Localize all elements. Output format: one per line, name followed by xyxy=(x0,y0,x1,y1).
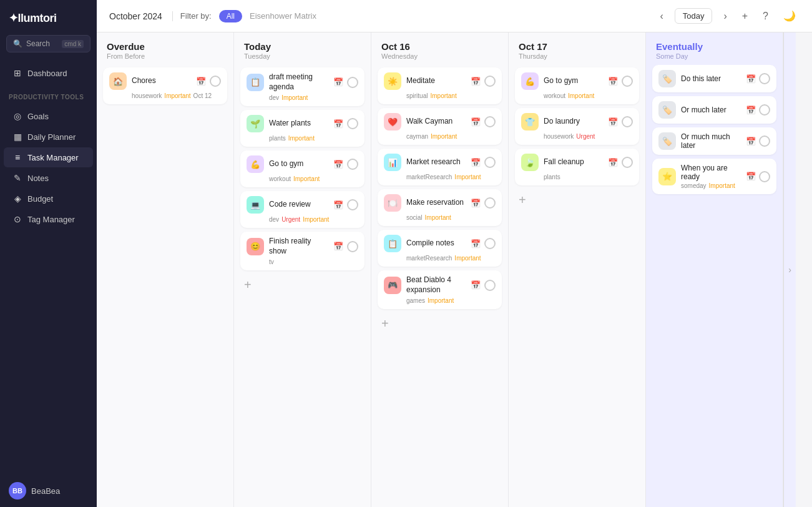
calendar-icon-btn[interactable]: 📅 xyxy=(332,199,345,211)
filter-all-button[interactable]: All xyxy=(219,10,242,22)
task-card[interactable]: 📋 draft meeting agenda 📅 dev Important xyxy=(240,67,364,106)
ev-title: Or much later xyxy=(681,106,740,114)
task-complete-circle[interactable] xyxy=(347,77,358,88)
task-complete-circle[interactable] xyxy=(484,197,496,209)
calendar-icon-btn[interactable]: 📅 xyxy=(745,170,757,182)
task-card[interactable]: 🌱 Water plants 📅 plants Important xyxy=(240,110,364,147)
sidebar-item-notes[interactable]: ✎ Notes xyxy=(4,168,93,188)
add-button[interactable]: + xyxy=(738,8,751,24)
column-header-overdue: Overdue From Before xyxy=(97,32,233,65)
task-card[interactable]: 📊 Market research 📅 marketResearch Impor… xyxy=(378,149,502,185)
task-card[interactable]: 👕 Do laundry 📅 housework Urgent xyxy=(515,108,639,145)
column-header-oct16: Oct 16 Wednesday xyxy=(371,32,508,65)
calendar-icon-btn[interactable]: 📅 xyxy=(607,157,619,169)
sidebar-item-task-manager[interactable]: ≡ Task Manager xyxy=(4,147,93,167)
task-card[interactable]: 😊 Finish reality show 📅 tv xyxy=(240,232,364,270)
calendar-icon-btn[interactable]: 📅 xyxy=(332,76,345,88)
task-complete-circle[interactable] xyxy=(622,76,633,87)
task-avatar: ☀️ xyxy=(384,72,401,90)
eventually-card[interactable]: 🏷️ Or much later 📅 xyxy=(652,96,776,124)
task-card[interactable]: 📋 Compile notes 📅 marketResearch Importa… xyxy=(378,230,502,267)
task-card[interactable]: ❤️ Walk Cayman 📅 cayman Important xyxy=(378,108,502,145)
calendar-icon-btn[interactable]: 📅 xyxy=(607,116,619,128)
task-complete-circle[interactable] xyxy=(484,76,496,87)
sidebar-item-daily-planner[interactable]: ▦ Daily Planner xyxy=(4,127,93,147)
sidebar: ✦llumtori 🔍 Search cmd k ⊞ Dashboard Pro… xyxy=(0,0,97,507)
sidebar-nav: ⊞ Dashboard xyxy=(0,60,97,86)
task-card[interactable]: ☀️ Meditate 📅 spiritual Important xyxy=(378,67,502,104)
dashboard-icon: ⊞ xyxy=(12,68,22,78)
add-task-oct17[interactable]: + xyxy=(509,190,645,210)
eventually-card[interactable]: 🏷️ Or much much later 📅 xyxy=(652,127,776,155)
app-logo: ✦llumtori xyxy=(0,0,97,35)
task-tags: cayman Important xyxy=(406,133,496,140)
task-complete-circle[interactable] xyxy=(759,104,770,116)
today-button[interactable]: Today xyxy=(675,8,713,24)
task-complete-circle[interactable] xyxy=(759,171,770,182)
user-profile[interactable]: BB BeaBea xyxy=(0,475,97,507)
column-eventually: Eventually Some Day 🏷️ Do this later 📅 🏷… xyxy=(646,32,783,507)
calendar-icon-btn[interactable]: 📅 xyxy=(332,240,345,252)
search-shortcut: cmd k xyxy=(62,40,84,48)
calendar-icon-btn[interactable]: 📅 xyxy=(469,238,482,250)
calendar-icon-btn[interactable]: 📅 xyxy=(469,279,482,291)
task-card[interactable]: 💪 Go to gym 📅 workout Important xyxy=(515,67,639,104)
calendar-icon-btn[interactable]: 📅 xyxy=(469,157,482,169)
task-complete-circle[interactable] xyxy=(484,238,496,249)
calendar-icon-btn[interactable]: 📅 xyxy=(332,159,345,170)
ev-title: When you are ready xyxy=(681,164,740,181)
task-card[interactable]: 🍽️ Make reservation 📅 social Important xyxy=(378,189,502,226)
calendar-icon-btn[interactable]: 📅 xyxy=(607,76,619,87)
task-card[interactable]: 🍃 Fall cleanup 📅 plants xyxy=(515,149,639,185)
task-complete-circle[interactable] xyxy=(484,157,496,168)
sidebar-item-dashboard[interactable]: ⊞ Dashboard xyxy=(4,63,93,83)
task-complete-circle[interactable] xyxy=(210,76,221,87)
add-task-oct16[interactable]: + xyxy=(371,314,508,333)
task-complete-circle[interactable] xyxy=(347,199,358,210)
calendar-icon-btn[interactable]: 📅 xyxy=(745,135,757,147)
add-task-today[interactable]: + xyxy=(234,275,371,295)
task-avatar: 📊 xyxy=(384,154,401,171)
task-complete-circle[interactable] xyxy=(347,118,358,129)
task-title: Market research xyxy=(406,157,464,167)
prev-button[interactable]: ‹ xyxy=(656,8,667,24)
budget-icon: ◈ xyxy=(12,194,22,204)
task-complete-circle[interactable] xyxy=(347,241,358,252)
calendar-icon-btn[interactable]: 📅 xyxy=(745,104,757,116)
task-complete-circle[interactable] xyxy=(759,73,770,84)
task-card[interactable]: 🏠 Chores 📅 housework Important Oct 12 xyxy=(103,67,227,104)
eventually-card[interactable]: ⭐ When you are ready someday Important 📅 xyxy=(652,159,776,194)
task-icon: ≡ xyxy=(12,152,22,162)
task-title: Make reservation xyxy=(406,198,464,208)
calendar-icon-btn[interactable]: 📅 xyxy=(195,76,207,87)
task-complete-circle[interactable] xyxy=(484,280,496,291)
today-items: 📋 draft meeting agenda 📅 dev Important xyxy=(234,65,371,273)
collapse-panel-button[interactable]: › xyxy=(783,32,796,507)
sidebar-productivity-nav: ◎ Goals ▦ Daily Planner ≡ Task Manager ✎… xyxy=(0,103,97,232)
calendar-icon-btn[interactable]: 📅 xyxy=(469,197,482,209)
task-complete-circle[interactable] xyxy=(622,157,633,168)
next-button[interactable]: › xyxy=(720,8,730,24)
sidebar-item-budget[interactable]: ◈ Budget xyxy=(4,189,93,209)
column-subtitle: From Before xyxy=(107,52,223,60)
task-complete-circle[interactable] xyxy=(484,116,496,127)
sidebar-item-goals[interactable]: ◎ Goals xyxy=(4,106,93,126)
task-complete-circle[interactable] xyxy=(622,116,633,127)
sidebar-item-tag-manager[interactable]: ⊙ Tag Manager xyxy=(4,209,93,229)
task-card[interactable]: 🎮 Beat Diablo 4 expansion 📅 games Import… xyxy=(378,270,502,309)
calendar-icon-btn[interactable]: 📅 xyxy=(745,73,757,85)
task-card[interactable]: 💻 Code review 📅 dev Urgent Important xyxy=(240,191,364,228)
calendar-icon-btn[interactable]: 📅 xyxy=(469,116,482,128)
task-complete-circle[interactable] xyxy=(759,135,770,147)
help-button[interactable]: ? xyxy=(759,8,772,24)
task-complete-circle[interactable] xyxy=(347,159,358,170)
calendar-icon-btn[interactable]: 📅 xyxy=(469,76,482,87)
task-card[interactable]: 💪 Go to gym 📅 workout Important xyxy=(240,150,364,187)
task-avatar: 🍽️ xyxy=(384,194,401,212)
eventually-card[interactable]: 🏷️ Do this later 📅 xyxy=(652,65,776,92)
calendar-icon-btn[interactable]: 📅 xyxy=(332,118,345,130)
search-button[interactable]: 🔍 Search cmd k xyxy=(6,35,90,52)
task-tags: housework Urgent xyxy=(544,133,633,140)
theme-button[interactable]: 🌙 xyxy=(780,7,800,24)
task-actions: 📅 xyxy=(332,76,358,88)
